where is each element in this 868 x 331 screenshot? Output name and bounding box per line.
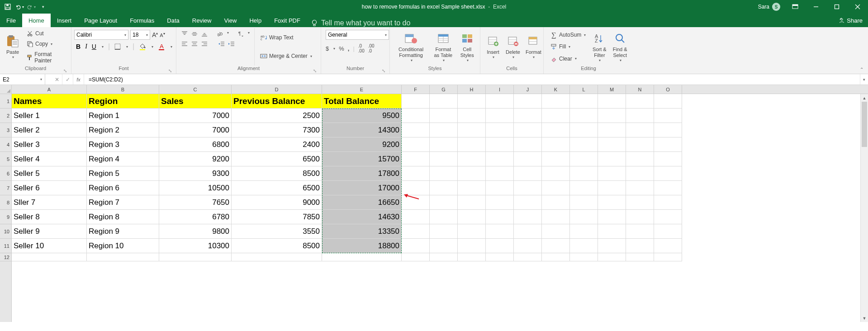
cell[interactable]: 2500 xyxy=(232,109,322,123)
cell[interactable] xyxy=(626,239,654,253)
comma-button[interactable]: , xyxy=(348,45,350,52)
tab-view[interactable]: View xyxy=(218,14,243,27)
cell[interactable] xyxy=(486,152,514,166)
cell[interactable] xyxy=(159,253,232,261)
decrease-decimal-icon[interactable]: .00.0 xyxy=(368,43,375,53)
cell[interactable] xyxy=(322,253,402,261)
cell[interactable]: Seller 5 xyxy=(12,166,87,181)
cell[interactable] xyxy=(458,195,486,210)
cell[interactable]: 9500 xyxy=(322,109,402,123)
cell[interactable]: 7850 xyxy=(232,210,322,224)
cell[interactable]: Region 8 xyxy=(87,210,159,224)
cell[interactable] xyxy=(514,195,542,210)
column-header-F[interactable]: F xyxy=(402,85,430,94)
cell[interactable] xyxy=(486,109,514,123)
name-box[interactable]: E2▾ xyxy=(0,74,45,85)
tab-insert[interactable]: Insert xyxy=(51,14,78,27)
cell[interactable] xyxy=(542,181,570,195)
cell[interactable] xyxy=(598,94,626,109)
cell[interactable] xyxy=(598,109,626,123)
insert-cells-button[interactable]: Insert▾ xyxy=(483,28,503,66)
cell[interactable] xyxy=(570,94,598,109)
cell[interactable] xyxy=(514,210,542,224)
cell[interactable] xyxy=(654,166,682,181)
cell[interactable] xyxy=(402,137,430,152)
tab-foxit[interactable]: Foxit PDF xyxy=(268,14,307,27)
cell[interactable]: 6780 xyxy=(159,210,232,224)
column-header-O[interactable]: O xyxy=(654,85,682,94)
align-top-icon[interactable] xyxy=(181,31,188,37)
tab-data[interactable]: Data xyxy=(161,14,185,27)
alignment-dialog-launcher-icon[interactable]: ⤡ xyxy=(312,67,318,74)
maximize-icon[interactable] xyxy=(826,0,847,14)
fill-button[interactable]: Fill▾ xyxy=(548,42,588,51)
cell[interactable] xyxy=(598,166,626,181)
scroll-down-icon[interactable]: ▼ xyxy=(861,314,868,322)
fx-icon[interactable]: fx xyxy=(73,74,84,85)
cell[interactable] xyxy=(430,109,458,123)
expand-formula-bar-icon[interactable]: ▾ xyxy=(860,74,868,85)
cell[interactable] xyxy=(654,239,682,253)
cell[interactable]: 9800 xyxy=(159,224,232,239)
cell[interactable] xyxy=(430,224,458,239)
cell[interactable] xyxy=(486,253,514,261)
tab-file[interactable]: File xyxy=(0,14,22,27)
accounting-button[interactable]: $ xyxy=(326,45,329,52)
cell[interactable]: 7650 xyxy=(159,195,232,210)
find-select-button[interactable]: Find & Select▾ xyxy=(609,28,631,66)
cell-styles-button[interactable]: Cell Styles▾ xyxy=(457,28,477,66)
cell[interactable]: Seller 6 xyxy=(12,181,87,195)
bold-button[interactable]: B xyxy=(76,43,81,50)
cell[interactable] xyxy=(514,137,542,152)
cell[interactable] xyxy=(514,94,542,109)
cell[interactable] xyxy=(486,123,514,137)
cell[interactable]: 13350 xyxy=(322,224,402,239)
cell[interactable] xyxy=(486,224,514,239)
ltr-button[interactable]: ¶ xyxy=(238,31,244,37)
vertical-scrollbar[interactable]: ▲ ▼ xyxy=(860,94,868,322)
cell[interactable]: 16650 xyxy=(322,195,402,210)
cell[interactable]: 3550 xyxy=(232,224,322,239)
cell[interactable]: 2400 xyxy=(232,137,322,152)
column-header-L[interactable]: L xyxy=(570,85,598,94)
cell[interactable] xyxy=(598,152,626,166)
cell[interactable] xyxy=(626,253,654,261)
column-header-K[interactable]: K xyxy=(542,85,570,94)
cell[interactable]: 8500 xyxy=(232,166,322,181)
cell[interactable]: Region 1 xyxy=(87,109,159,123)
cell[interactable] xyxy=(430,152,458,166)
cell[interactable]: Region 5 xyxy=(87,166,159,181)
collapse-ribbon-icon[interactable]: ⌃ xyxy=(858,66,865,73)
cell[interactable]: 18800 xyxy=(322,239,402,253)
cell[interactable] xyxy=(654,152,682,166)
cell[interactable] xyxy=(570,253,598,261)
cell[interactable] xyxy=(570,137,598,152)
cell[interactable] xyxy=(598,239,626,253)
cell[interactable] xyxy=(430,94,458,109)
cell[interactable] xyxy=(514,123,542,137)
cell[interactable] xyxy=(486,181,514,195)
cell[interactable] xyxy=(458,210,486,224)
increase-font-icon[interactable]: A▴ xyxy=(152,31,158,38)
cell[interactable]: Total Balance xyxy=(322,94,402,109)
cell[interactable]: Region 2 xyxy=(87,123,159,137)
grid[interactable]: 123456789101112 ABCDEFGHIJKLMNO NamesReg… xyxy=(0,85,868,322)
cell[interactable]: 7000 xyxy=(159,109,232,123)
format-painter-button[interactable]: Format Painter xyxy=(24,50,68,65)
cell[interactable] xyxy=(570,109,598,123)
tab-formulas[interactable]: Formulas xyxy=(123,14,161,27)
number-format-select[interactable]: General▾ xyxy=(326,30,389,40)
redo-icon[interactable]: ▾ xyxy=(26,2,36,12)
border-button[interactable] xyxy=(114,43,121,50)
copy-button[interactable]: Copy▾ xyxy=(24,39,68,48)
cell[interactable]: Names xyxy=(12,94,87,109)
cell[interactable] xyxy=(402,94,430,109)
cell[interactable] xyxy=(626,166,654,181)
cell[interactable] xyxy=(430,123,458,137)
sort-filter-button[interactable]: AZSort & Filter▾ xyxy=(589,28,609,66)
row-header-10[interactable]: 10 xyxy=(0,224,11,239)
cell[interactable] xyxy=(626,137,654,152)
format-cells-button[interactable]: Format▾ xyxy=(523,28,544,66)
autosum-button[interactable]: ∑AutoSum▾ xyxy=(548,30,588,39)
row-header-11[interactable]: 11 xyxy=(0,239,11,253)
